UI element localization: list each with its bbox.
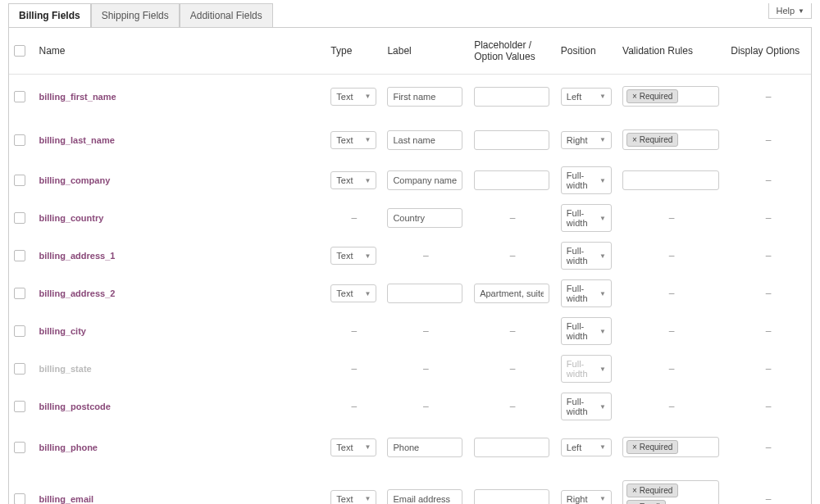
position-select[interactable]: Left▼ bbox=[561, 438, 612, 456]
field-name-link[interactable]: billing_state bbox=[39, 364, 91, 374]
placeholder-input[interactable] bbox=[474, 130, 549, 150]
chevron-down-icon: ▼ bbox=[599, 328, 606, 335]
dash: – bbox=[330, 401, 377, 412]
type-select[interactable]: Text▼ bbox=[330, 490, 376, 505]
field-name-link[interactable]: billing_company bbox=[39, 175, 110, 185]
dash: – bbox=[474, 363, 551, 375]
type-select[interactable]: Text▼ bbox=[330, 171, 376, 189]
label-input[interactable] bbox=[387, 170, 462, 190]
table-row: billing_state–––Full-width▼–– bbox=[9, 350, 811, 388]
dash: – bbox=[622, 325, 721, 337]
field-name-link[interactable]: billing_email bbox=[39, 494, 93, 504]
chevron-down-icon: ▼ bbox=[599, 403, 606, 411]
tab-shipping-fields[interactable]: Shipping Fields bbox=[91, 3, 180, 27]
dash: – bbox=[474, 212, 551, 224]
validation-input[interactable] bbox=[622, 170, 719, 190]
row-checkbox[interactable] bbox=[14, 288, 25, 299]
type-select[interactable]: Text▼ bbox=[330, 88, 376, 106]
dash: – bbox=[731, 134, 806, 146]
tabs: Billing FieldsShipping FieldsAdditional … bbox=[8, 3, 273, 27]
validation-tagbox[interactable]: × Required bbox=[622, 86, 719, 107]
field-name-link[interactable]: billing_country bbox=[39, 213, 103, 223]
row-checkbox[interactable] bbox=[14, 91, 25, 102]
row-checkbox[interactable] bbox=[14, 401, 25, 412]
chevron-down-icon: ▼ bbox=[599, 252, 606, 260]
position-select[interactable]: Full-width▼ bbox=[561, 317, 612, 345]
field-name-link[interactable]: billing_last_name bbox=[39, 135, 114, 145]
field-name-link[interactable]: billing_postcode bbox=[39, 402, 110, 411]
label-input[interactable] bbox=[387, 87, 462, 107]
validation-tag[interactable]: × Required bbox=[626, 484, 678, 497]
dash: – bbox=[731, 363, 806, 375]
placeholder-input[interactable] bbox=[474, 284, 549, 303]
header-validation: Validation Rules bbox=[617, 28, 726, 75]
dash: – bbox=[474, 401, 551, 412]
table-row: billing_postcode–––Full-width▼–– bbox=[9, 388, 811, 425]
table-row: billing_phoneText▼Left▼× Required– bbox=[9, 425, 811, 469]
position-select[interactable]: Full-width▼ bbox=[561, 279, 612, 307]
dash: – bbox=[622, 401, 721, 412]
label-input[interactable] bbox=[387, 438, 462, 457]
position-select[interactable]: Right▼ bbox=[561, 490, 612, 505]
position-select[interactable]: Full-width▼ bbox=[561, 355, 612, 383]
table-row: billing_first_nameText▼Left▼× Required– bbox=[9, 75, 811, 119]
position-select[interactable]: Full-width▼ bbox=[561, 242, 612, 270]
row-checkbox[interactable] bbox=[14, 134, 25, 146]
dash: – bbox=[330, 325, 377, 337]
help-button[interactable]: Help▼ bbox=[768, 3, 812, 19]
position-select[interactable]: Full-width▼ bbox=[561, 204, 612, 232]
field-name-link[interactable]: billing_address_2 bbox=[39, 288, 115, 298]
label-input[interactable] bbox=[387, 208, 462, 228]
validation-tag[interactable]: × Required bbox=[626, 133, 678, 147]
type-select[interactable]: Text▼ bbox=[330, 131, 376, 149]
type-select[interactable]: Text▼ bbox=[330, 284, 376, 302]
dash: – bbox=[387, 325, 464, 337]
validation-tagbox[interactable]: × Required× Email bbox=[622, 480, 719, 504]
field-name-link[interactable]: billing_phone bbox=[39, 443, 98, 452]
placeholder-input[interactable] bbox=[474, 170, 549, 190]
label-input[interactable] bbox=[387, 284, 462, 303]
select-all-checkbox[interactable] bbox=[14, 45, 25, 57]
row-checkbox[interactable] bbox=[14, 325, 25, 337]
type-select[interactable]: Text▼ bbox=[330, 247, 376, 265]
validation-tagbox[interactable]: × Required bbox=[622, 437, 719, 457]
header-position: Position bbox=[556, 28, 617, 75]
validation-tag[interactable]: × Required bbox=[626, 89, 678, 103]
field-name-link[interactable]: billing_first_name bbox=[39, 92, 116, 102]
dash: – bbox=[387, 363, 464, 375]
header-label: Label bbox=[382, 28, 469, 75]
dash: – bbox=[731, 325, 806, 337]
position-select[interactable]: Full-width▼ bbox=[561, 393, 612, 420]
tab-additional-fields[interactable]: Additional Fields bbox=[180, 3, 273, 27]
row-checkbox[interactable] bbox=[14, 442, 25, 453]
chevron-down-icon: ▼ bbox=[599, 290, 606, 297]
label-input[interactable] bbox=[387, 489, 462, 505]
row-checkbox[interactable] bbox=[14, 175, 25, 186]
type-select[interactable]: Text▼ bbox=[330, 438, 376, 456]
placeholder-input[interactable] bbox=[474, 87, 549, 107]
dash: – bbox=[731, 91, 806, 102]
position-select[interactable]: Right▼ bbox=[561, 131, 612, 149]
validation-tag[interactable]: × Required bbox=[626, 440, 678, 454]
row-checkbox[interactable] bbox=[14, 363, 25, 375]
row-checkbox[interactable] bbox=[14, 493, 25, 505]
row-checkbox[interactable] bbox=[14, 250, 25, 261]
table-row: billing_country––Full-width▼–– bbox=[9, 199, 811, 237]
validation-tag[interactable]: × Email bbox=[626, 500, 666, 504]
chevron-down-icon: ▼ bbox=[364, 290, 371, 297]
position-select[interactable]: Left▼ bbox=[561, 88, 612, 106]
position-select[interactable]: Full-width▼ bbox=[561, 166, 612, 194]
label-input[interactable] bbox=[387, 130, 462, 150]
field-name-link[interactable]: billing_city bbox=[39, 326, 85, 336]
tab-billing-fields[interactable]: Billing Fields bbox=[8, 3, 91, 27]
dash: – bbox=[622, 212, 721, 224]
field-name-link[interactable]: billing_address_1 bbox=[39, 251, 115, 261]
placeholder-input[interactable] bbox=[474, 489, 549, 505]
row-checkbox[interactable] bbox=[14, 212, 25, 224]
chevron-down-icon: ▼ bbox=[364, 136, 371, 143]
placeholder-input[interactable] bbox=[474, 438, 549, 457]
table-row: billing_address_2Text▼Full-width▼–– bbox=[9, 275, 811, 312]
chevron-down-icon: ▼ bbox=[364, 495, 371, 502]
chevron-down-icon: ▼ bbox=[364, 443, 371, 451]
validation-tagbox[interactable]: × Required bbox=[622, 129, 719, 150]
